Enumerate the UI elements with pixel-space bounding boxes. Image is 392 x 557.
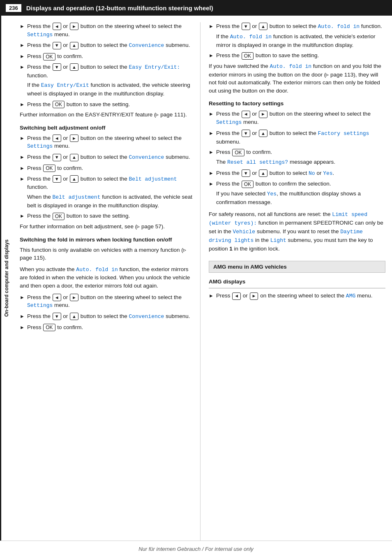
auto-fold-inline: Auto. fold in xyxy=(270,63,311,70)
bullet-list-auto-fold: ► Press the ▼ or ▲ button to select the … xyxy=(209,22,385,60)
list-item: ► Press ◄ or ► on the steering wheel to … xyxy=(209,292,385,300)
down-arrow-btn[interactable]: ▼ xyxy=(53,313,61,320)
ok-btn[interactable]: OK xyxy=(43,165,55,172)
belt-adj-ref: Belt adjustment xyxy=(52,194,100,200)
ok-btn[interactable]: OK xyxy=(242,52,254,60)
ok-btn[interactable]: OK xyxy=(242,181,254,188)
down-arrow-btn[interactable]: ▼ xyxy=(242,169,250,177)
reset-msg: Reset all settings? xyxy=(227,159,288,165)
left-arrow-btn[interactable]: ◄ xyxy=(53,135,61,142)
auto-fold-ref: Auto. fold in xyxy=(230,34,272,40)
bullet-list-belt: ► Press the ◄ or ► button on the steerin… xyxy=(20,134,194,220)
list-item: ► Press the OK button to save the settin… xyxy=(20,212,194,220)
light-submenu-ref: Light xyxy=(270,237,286,244)
bullet-text: Press the ▼ or ▲ button to select the Co… xyxy=(27,41,194,50)
fold-mirrors-para1: This function is only available on vehic… xyxy=(20,246,194,262)
yes-ref: Yes xyxy=(267,191,277,197)
right-arrow-btn[interactable]: ► xyxy=(250,292,258,300)
bullet-text: Press the OK button to save the setting. xyxy=(27,212,194,220)
amg-section-box: AMG menu in AMG vehicles xyxy=(209,261,385,273)
bullet-arrow: ► xyxy=(20,165,25,172)
down-arrow-btn[interactable]: ▼ xyxy=(53,63,61,71)
auto-fold-in-ref: Auto. fold in xyxy=(76,267,118,273)
easy-entry-ref: Easy Entry/Exit xyxy=(41,82,89,88)
no-option: No xyxy=(309,170,315,176)
belt-further-info: For further information on belt adjustme… xyxy=(20,223,194,231)
easy-entry-further-info: Further information on the EASY-ENTRY/EX… xyxy=(20,111,194,119)
page-container: 236 Displays and operation (12-button mu… xyxy=(0,0,392,557)
bullet-text: Press the OK button to save the setting. xyxy=(27,100,194,109)
main-content: ► Press the ◄ or ► button on the steerin… xyxy=(12,16,392,541)
bullet-arrow: ► xyxy=(20,213,25,220)
up-arrow-btn[interactable]: ▲ xyxy=(70,313,78,320)
list-item: ► Press the ▼ or ▲ button to select the … xyxy=(20,153,194,162)
left-column: ► Press the ◄ or ► button on the steerin… xyxy=(12,22,201,541)
up-arrow-btn[interactable]: ▲ xyxy=(70,63,78,71)
bullet-list-factory-reset: ► Press the ◄ or ► button on the steerin… xyxy=(209,110,385,206)
right-arrow-btn[interactable]: ► xyxy=(259,111,267,118)
up-arrow-btn[interactable]: ▲ xyxy=(259,130,267,137)
list-item: ► Press the ▼ or ▲ button to select the … xyxy=(209,22,385,49)
list-item: ► Press the OK button to save the settin… xyxy=(20,100,194,109)
limit-speed-ref: Limit speed (winter tyres): xyxy=(209,211,367,226)
easy-entry-function: Easy Entry/Exit: xyxy=(129,64,180,70)
left-arrow-btn[interactable]: ◄ xyxy=(53,23,61,30)
bullet-arrow: ► xyxy=(20,313,25,320)
auto-fold-in-function: Auto. fold in xyxy=(318,23,360,30)
bullet-text: Press the ◄ or ► button on the steering … xyxy=(216,110,385,126)
list-item: ► Press the ▼ or ▲ button to select the … xyxy=(20,41,194,50)
list-item: ► Press OK to confirm. xyxy=(20,323,194,332)
bullet-text: Press OK to confirm. xyxy=(27,323,194,332)
ok-btn[interactable]: OK xyxy=(232,149,244,156)
right-column: ► Press the ▼ or ▲ button to select the … xyxy=(201,22,392,541)
divider-line xyxy=(209,288,385,288)
up-arrow-btn[interactable]: ▲ xyxy=(259,23,267,30)
bullet-arrow: ► xyxy=(209,149,214,156)
list-item: ► Press the ▼ or ▲ button to select the … xyxy=(20,175,194,210)
yes-option: Yes xyxy=(323,170,332,176)
bullet-text: Press OK to confirm. The Reset all setti… xyxy=(216,148,385,166)
bullet-arrow: ► xyxy=(20,135,25,142)
left-arrow-btn[interactable]: ◄ xyxy=(53,294,61,301)
up-arrow-btn[interactable]: ▲ xyxy=(70,175,78,183)
left-arrow-btn[interactable]: ◄ xyxy=(232,292,241,300)
ok-btn[interactable]: OK xyxy=(53,213,65,220)
list-item: ► Press the ◄ or ► button on the steerin… xyxy=(20,134,194,151)
bullet-arrow: ► xyxy=(20,154,25,161)
down-arrow-btn[interactable]: ▼ xyxy=(242,130,250,137)
list-item: ► Press the ◄ or ► button on the steerin… xyxy=(20,293,194,310)
down-arrow-btn[interactable]: ▼ xyxy=(53,154,61,161)
right-arrow-btn[interactable]: ► xyxy=(70,294,78,301)
auto-fold-note: If you have switched the Auto. fold in f… xyxy=(209,62,385,95)
down-arrow-btn[interactable]: ▼ xyxy=(53,42,61,49)
safety-reasons-para: For safety reasons, not all functions ar… xyxy=(209,210,385,253)
list-item: ► Press OK to confirm. xyxy=(20,164,194,172)
bullet-text: Press the ◄ or ► button on the steering … xyxy=(27,134,194,151)
bullet-text: Press the ▼ or ▲ button to select the Au… xyxy=(216,22,385,49)
bullet-arrow: ► xyxy=(20,176,25,183)
up-arrow-btn[interactable]: ▲ xyxy=(70,42,78,49)
bullet-text: Press the ▼ or ▲ button to select the Co… xyxy=(27,312,194,321)
bullet-text: Press the ▼ or ▲ button to select the Ea… xyxy=(27,63,194,98)
amg-section-title: AMG menu in AMG vehicles xyxy=(213,264,287,270)
bullet-text: Press the OK button to confirm the selec… xyxy=(216,180,385,206)
ok-btn[interactable]: OK xyxy=(43,53,55,60)
settings-menu: Settings xyxy=(216,119,242,125)
down-arrow-btn[interactable]: ▼ xyxy=(53,175,61,183)
list-item: ► Press the ▼ or ▲ button to select the … xyxy=(20,63,194,98)
bullet-arrow: ► xyxy=(20,64,25,71)
ok-btn[interactable]: OK xyxy=(43,324,55,331)
bullet-arrow: ► xyxy=(209,111,214,118)
down-arrow-btn[interactable]: ▼ xyxy=(242,23,250,30)
bullet-arrow: ► xyxy=(20,101,25,108)
bullet-text: Press ◄ or ► on the steering wheel to se… xyxy=(216,292,385,300)
right-arrow-btn[interactable]: ► xyxy=(70,135,78,142)
up-arrow-btn[interactable]: ▲ xyxy=(259,169,267,177)
ok-btn[interactable]: OK xyxy=(53,101,65,108)
right-arrow-btn[interactable]: ► xyxy=(70,23,78,30)
amg-menu: AMG xyxy=(346,293,355,299)
up-arrow-btn[interactable]: ▲ xyxy=(70,154,78,161)
belt-adjustment-heading: Switching belt adjustment on/off xyxy=(20,125,194,131)
left-arrow-btn[interactable]: ◄ xyxy=(242,111,250,118)
factory-settings-submenu: Factory settings xyxy=(318,130,369,137)
